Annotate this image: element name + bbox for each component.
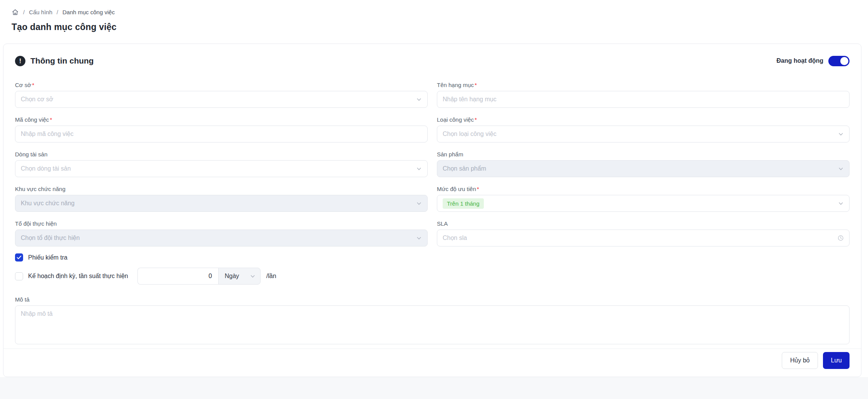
chevron-down-icon — [838, 131, 844, 137]
ma-cong-viec-input[interactable] — [15, 126, 428, 142]
ten-hang-muc-input[interactable] — [437, 91, 850, 108]
general-info-card: ! Thông tin chung Đang hoạt động Cơ sở* … — [3, 44, 861, 377]
frequency-group: Ngày — [137, 268, 261, 285]
frequency-suffix: /lần — [266, 273, 276, 280]
loai-cong-viec-placeholder: Chọn loại công việc — [443, 131, 497, 137]
page-background-strip — [0, 377, 868, 399]
field-label: Cơ sở* — [15, 82, 428, 88]
phieu-kiem-tra-label: Phiếu kiểm tra — [28, 254, 67, 261]
field-sla: SLA Chọn sla — [437, 220, 850, 246]
chevron-down-icon — [416, 201, 422, 206]
ke-hoach-dinh-ky-label: Kế hoạch định kỳ, tần suất thực hiện — [28, 273, 128, 280]
field-label: Mã công việc* — [15, 116, 428, 123]
breadcrumb: / Cấu hình / Danh mục công việc — [12, 8, 115, 16]
breadcrumb-item-cau-hinh[interactable]: Cấu hình — [29, 9, 52, 15]
home-icon[interactable] — [12, 8, 19, 16]
field-loai-cong-viec: Loại công việc* Chọn loại công việc — [437, 116, 850, 142]
card-header: ! Thông tin chung Đang hoạt động — [15, 55, 850, 67]
field-label: Dòng tài sản — [15, 151, 428, 158]
save-button[interactable]: Lưu — [823, 352, 850, 369]
exclamation-circle-icon: ! — [15, 56, 25, 66]
breadcrumb-separator: / — [57, 9, 58, 15]
field-dong-tai-san: Dòng tài sản Chọn dòng tài sản — [15, 151, 428, 177]
muc-do-uu-tien-select[interactable]: Trên 1 tháng — [437, 195, 850, 212]
to-doi-thuc-hien-select: Chọn tổ đội thực hiện — [15, 230, 428, 246]
field-label: Mức độ ưu tiên* — [437, 186, 850, 192]
clock-icon — [838, 235, 844, 241]
chevron-down-icon — [416, 166, 422, 172]
switch-knob — [840, 57, 848, 65]
field-label: Khu vực chức năng — [15, 186, 428, 192]
field-label: Loại công việc* — [437, 116, 850, 123]
mo-ta-textarea[interactable] — [15, 305, 850, 344]
cancel-button[interactable]: Hủy bỏ — [782, 352, 818, 369]
field-label: Mô tả — [15, 296, 850, 303]
khu-vuc-chuc-nang-select: Khu vực chức năng — [15, 195, 428, 212]
chevron-down-icon — [250, 273, 256, 279]
chevron-down-icon — [838, 166, 844, 172]
field-ten-hang-muc: Tên hạng mục* — [437, 82, 850, 108]
active-toggle-switch[interactable] — [828, 56, 850, 66]
dong-tai-san-placeholder: Chọn dòng tài sản — [21, 165, 71, 172]
to-doi-thuc-hien-placeholder: Chọn tổ đội thực hiện — [21, 235, 80, 241]
priority-tag: Trên 1 tháng — [443, 198, 484, 209]
field-mo-ta: Mô tả — [15, 296, 850, 346]
required-asterisk: * — [32, 82, 34, 88]
chevron-down-icon — [838, 201, 844, 206]
field-khu-vuc-chuc-nang: Khu vực chức năng Khu vực chức năng — [15, 186, 428, 212]
breadcrumb-separator: / — [23, 9, 25, 15]
khu-vuc-chuc-nang-placeholder: Khu vực chức năng — [21, 200, 75, 207]
field-label: Sản phẩm — [437, 151, 850, 158]
frequency-unit-value: Ngày — [225, 273, 239, 280]
field-ma-cong-viec: Mã công việc* — [15, 116, 428, 142]
field-label: SLA — [437, 220, 850, 227]
active-toggle-row: Đang hoạt động — [776, 56, 850, 66]
field-label: Tên hạng mục* — [437, 82, 850, 88]
section-title-text: Thông tin chung — [30, 56, 94, 65]
sla-placeholder: Chọn sla — [443, 235, 467, 241]
co-so-placeholder: Chọn cơ sở — [21, 96, 53, 103]
co-so-select[interactable]: Chọn cơ sở — [15, 91, 428, 108]
required-asterisk: * — [477, 186, 479, 192]
chevron-down-icon — [416, 235, 422, 241]
required-asterisk: * — [50, 116, 52, 123]
phieu-kiem-tra-checkbox[interactable] — [15, 253, 23, 262]
active-toggle-label: Đang hoạt động — [776, 57, 823, 64]
ke-hoach-dinh-ky-row: Kế hoạch định kỳ, tần suất thực hiện Ngà… — [15, 268, 850, 285]
san-pham-placeholder: Chọn sản phẩm — [443, 165, 486, 172]
breadcrumb-item-danh-muc[interactable]: Danh mục công việc — [62, 9, 115, 15]
field-san-pham: Sản phẩm Chọn sản phẩm — [437, 151, 850, 177]
footer-actions: Hủy bỏ Lưu — [15, 349, 850, 369]
field-label: Tổ đội thực hiện — [15, 220, 428, 227]
field-muc-do-uu-tien: Mức độ ưu tiên* Trên 1 tháng — [437, 186, 850, 212]
sla-time-picker[interactable]: Chọn sla — [437, 230, 850, 246]
dong-tai-san-select[interactable]: Chọn dòng tài sản — [15, 160, 428, 177]
chevron-down-icon — [416, 97, 422, 102]
field-to-doi-thuc-hien: Tổ đội thực hiện Chọn tổ đội thực hiện — [15, 220, 428, 246]
phieu-kiem-tra-row: Phiếu kiểm tra — [15, 253, 850, 262]
loai-cong-viec-select[interactable]: Chọn loại công việc — [437, 126, 850, 142]
ke-hoach-dinh-ky-checkbox[interactable] — [15, 272, 23, 280]
frequency-input[interactable] — [137, 268, 218, 285]
frequency-unit-select[interactable]: Ngày — [218, 268, 261, 285]
section-title: ! Thông tin chung — [15, 56, 94, 66]
field-co-so: Cơ sở* Chọn cơ sở — [15, 82, 428, 108]
form-grid: Cơ sở* Chọn cơ sở Tên hạng mục* Mã công … — [15, 82, 850, 246]
required-asterisk: * — [475, 82, 477, 88]
required-asterisk: * — [475, 116, 477, 123]
page-title: Tạo danh mục công việc — [12, 22, 117, 32]
san-pham-select: Chọn sản phẩm — [437, 160, 850, 177]
check-icon — [17, 255, 22, 260]
